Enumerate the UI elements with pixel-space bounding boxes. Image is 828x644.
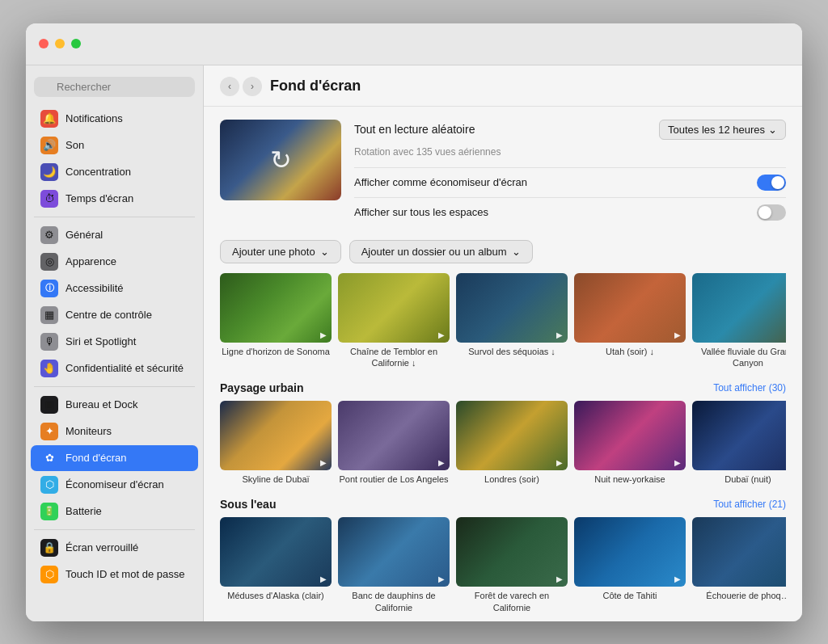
sidebar-item-batterie[interactable]: 🔋 Batterie (31, 499, 198, 524)
toggle-knob (771, 176, 784, 189)
sidebar-item-economiseur[interactable]: ⬡ Économiseur d'écran (31, 472, 198, 498)
sidebar-section-2: ⚙ Général ◎ Apparence ⓘ Accessibilité ▦ … (26, 222, 203, 381)
main-header: ‹ › Fond d'écran (204, 65, 802, 107)
play-icon: ▶ (320, 330, 327, 339)
sidebar-item-label: Temps d'écran (65, 192, 133, 204)
sidebar-item-notifications[interactable]: 🔔 Notifications (31, 106, 198, 132)
concentration-icon: 🌙 (40, 163, 58, 181)
thumb-sequoia: ▶ (456, 273, 568, 343)
sidebar-item-touch-id[interactable]: ⬡ Touch ID et mot de passe (31, 562, 198, 587)
list-item[interactable]: ▶ Survol des séquoias ↓ (456, 273, 568, 369)
sidebar-item-label: Écran verrouillé (65, 541, 138, 554)
thumb-label: Méduses d'Alaska (clair) (220, 590, 332, 601)
add-photo-button[interactable]: Ajouter une photo ⌄ (220, 240, 341, 263)
nav-buttons: ‹ › (220, 77, 262, 96)
underwater-section: Sous l'eau Tout afficher (21) ▶ Méduses … (220, 498, 786, 613)
economiseur-toggle[interactable] (757, 175, 786, 191)
thumb-varech: ▶ (456, 517, 568, 587)
urban-see-all[interactable]: Tout afficher (30) (713, 382, 786, 394)
thumb-london: ▶ (456, 401, 568, 470)
frequency-dropdown[interactable]: Toutes les 12 heures ⌄ (659, 120, 786, 140)
thumb-temblor: ▶ (338, 273, 450, 343)
refresh-icon: ↻ (270, 145, 292, 175)
sidebar-item-moniteurs[interactable]: ✦ Moniteurs (31, 419, 198, 444)
list-item[interactable]: ▶ Chaîne de Temblor en Californie ↓ (338, 273, 450, 369)
back-button[interactable]: ‹ (220, 77, 239, 96)
list-item[interactable]: ▶ Londres (soir) (456, 401, 568, 485)
thumb-label: Nuit new-yorkaise (574, 474, 686, 485)
thumb-newyork: ▶ (574, 401, 686, 470)
list-item[interactable]: ▶ Ligne d'horizon de Sonoma (220, 273, 332, 369)
list-item[interactable]: ▶ Utah (soir) ↓ (574, 273, 686, 369)
divider-1 (34, 217, 195, 217)
rotation-subtitle: Rotation avec 135 vues aériennes (354, 146, 786, 158)
forward-button[interactable]: › (243, 77, 262, 96)
thumb-meduse: ▶ (220, 517, 332, 587)
sidebar-item-label: Confidentialité et sécurité (65, 362, 184, 374)
espaces-toggle[interactable] (757, 204, 786, 221)
sidebar-section-3: ▣ Bureau et Dock ✦ Moniteurs ✿ Fond d'éc… (26, 392, 203, 524)
sidebar-item-bureau-dock[interactable]: ▣ Bureau et Dock (31, 392, 198, 418)
play-icon: ▶ (674, 575, 681, 583)
list-item[interactable]: ▶ Échouerie de phoq… (692, 517, 786, 613)
toggle-knob (758, 206, 771, 219)
thumb-tahiti: ▶ (574, 517, 686, 587)
fullscreen-button[interactable] (71, 39, 81, 48)
thumb-la: ▶ (338, 401, 450, 470)
bureau-dock-icon: ▣ (40, 396, 58, 414)
wallpaper-preview[interactable]: ↻ (220, 120, 341, 200)
sidebar-item-label: Touch ID et mot de passe (65, 568, 184, 580)
thumb-label: Banc de dauphins de Californie (338, 590, 450, 613)
gallery-header: Paysage urbain Tout afficher (30) (220, 381, 786, 394)
sidebar-item-concentration[interactable]: 🌙 Concentration (31, 159, 198, 185)
sidebar-item-centre-controle[interactable]: ▦ Centre de contrôle (31, 302, 198, 328)
list-item[interactable]: ▶ Dubaï (nuit) (692, 401, 786, 485)
chevron-icon: ⌄ (768, 124, 777, 136)
thumb-canyon: ▶ (692, 273, 786, 343)
play-icon: ▶ (320, 575, 327, 583)
sidebar-item-label: Général (65, 229, 103, 241)
play-icon: ▶ (556, 330, 563, 339)
minimize-button[interactable] (55, 39, 65, 48)
list-item[interactable]: ▶ Vallée fluviale du Grand Canyon (692, 273, 786, 369)
thumb-dubainight: ▶ (692, 401, 786, 470)
sidebar-item-ecran-verrouille[interactable]: 🔒 Écran verrouillé (31, 535, 198, 561)
play-icon: ▶ (674, 330, 681, 339)
sidebar-item-label: Son (65, 139, 84, 151)
sidebar-item-apparence[interactable]: ◎ Apparence (31, 249, 198, 275)
underwater-see-all[interactable]: Tout afficher (21) (713, 499, 786, 510)
sidebar-item-confidentialite[interactable]: 🤚 Confidentialité et sécurité (31, 356, 198, 381)
main-panel: ‹ › Fond d'écran ↻ Tout en lecture aléat… (204, 65, 802, 621)
sidebar-item-siri[interactable]: 🎙 Siri et Spotlight (31, 329, 198, 355)
play-icon: ▶ (320, 458, 327, 467)
titlebar (26, 23, 802, 65)
list-item[interactable]: ▶ Pont routier de Los Angeles (338, 401, 450, 485)
close-button[interactable] (39, 39, 49, 48)
touch-id-icon: ⬡ (40, 566, 58, 583)
sidebar-item-fond-ecran[interactable]: ✿ Fond d'écran (31, 445, 198, 471)
list-item[interactable]: ▶ Nuit new-yorkaise (574, 401, 686, 485)
play-icon: ▶ (556, 575, 563, 583)
play-icon: ▶ (438, 330, 445, 339)
general-icon: ⚙ (40, 226, 58, 244)
search-input[interactable] (34, 77, 195, 97)
toggle-row-1: Afficher comme économiseur d'écran (354, 167, 786, 197)
list-item[interactable]: ▶ Banc de dauphins de Californie (338, 517, 450, 613)
aerial-grid: ▶ Ligne d'horizon de Sonoma ▶ Chaîne de … (220, 273, 786, 369)
thumb-dauphins: ▶ (338, 517, 450, 587)
sidebar-item-general[interactable]: ⚙ Général (31, 222, 198, 248)
thumb-label: Utah (soir) ↓ (574, 346, 686, 357)
sidebar-section-1: 🔔 Notifications 🔊 Son 🌙 Concentration ⏱ … (26, 106, 203, 212)
thumb-label: Dubaï (nuit) (692, 474, 786, 485)
sidebar-item-temps-ecran[interactable]: ⏱ Temps d'écran (31, 186, 198, 212)
sidebar-item-son[interactable]: 🔊 Son (31, 133, 198, 158)
list-item[interactable]: ▶ Forêt de varech en Californie (456, 517, 568, 613)
list-item[interactable]: ▶ Méduses d'Alaska (clair) (220, 517, 332, 613)
sidebar-item-label: Apparence (65, 255, 116, 267)
sidebar-item-accessibilite[interactable]: ⓘ Accessibilité (31, 276, 198, 301)
top-section: ↻ Tout en lecture aléatoire Toutes les 1… (220, 120, 786, 227)
add-folder-button[interactable]: Ajouter un dossier ou un album ⌄ (349, 240, 533, 263)
list-item[interactable]: ▶ Côte de Tahiti (574, 517, 686, 613)
list-item[interactable]: ▶ Skyline de Dubaï (220, 401, 332, 485)
top-controls: Tout en lecture aléatoire Toutes les 12 … (354, 120, 786, 227)
